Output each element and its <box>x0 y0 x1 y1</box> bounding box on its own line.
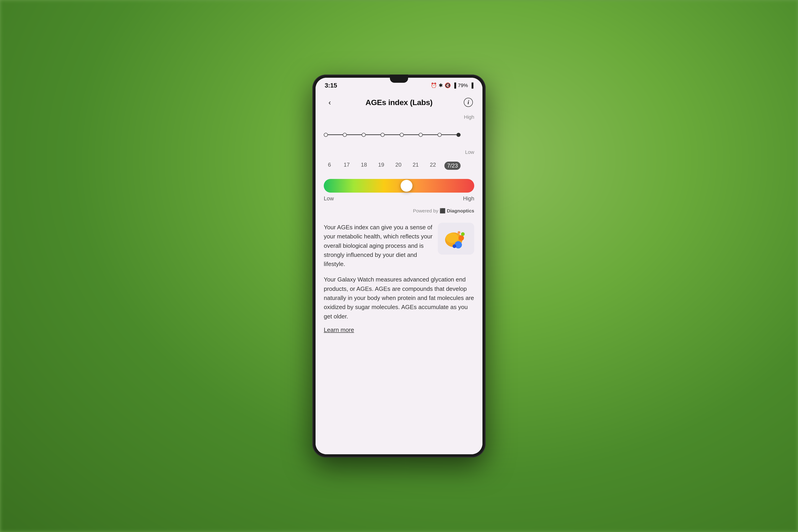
slider-thumb[interactable] <box>401 180 413 192</box>
description-section: Your AGEs index can give you a sense of … <box>316 218 482 338</box>
molecule-svg <box>441 226 471 251</box>
alarm-icon: ⏰ <box>431 82 437 89</box>
phone-frame: 3:15 ⏰ ✱ 🔇 ▐ 79% ▐ ‹ AGEs index (Labs) <box>312 75 486 457</box>
date-labels: 6 17 18 19 20 21 22 7/23 <box>324 160 474 170</box>
page-title: AGEs index (Labs) <box>365 98 433 107</box>
date-18: 18 <box>358 162 369 170</box>
date-20: 20 <box>393 162 404 170</box>
app-content[interactable]: ‹ AGEs index (Labs) i High Low <box>316 91 482 454</box>
slider-range-labels: Low High <box>324 195 474 202</box>
svg-point-2 <box>458 235 464 241</box>
chart-high-label: High <box>464 114 474 120</box>
info-button[interactable]: i <box>462 96 474 108</box>
svg-point-6 <box>458 231 460 234</box>
date-21: 21 <box>410 162 421 170</box>
battery-icon: ▐ <box>470 82 473 89</box>
svg-point-5 <box>453 244 456 248</box>
gradient-bar <box>324 179 474 193</box>
date-723: 7/23 <box>444 162 460 170</box>
back-icon: ‹ <box>328 98 331 107</box>
chart-section: High Low 6 17 <box>316 112 482 170</box>
date-6: 6 <box>324 162 335 170</box>
date-17: 17 <box>341 162 353 170</box>
slider-low-label: Low <box>324 195 334 202</box>
back-button[interactable]: ‹ <box>324 96 336 108</box>
description-block-1: Your AGEs index can give you a sense of … <box>324 223 474 268</box>
timeline-dot-1 <box>324 133 328 137</box>
svg-point-1 <box>446 233 458 243</box>
info-icon: i <box>464 98 473 107</box>
timeline-dot-6 <box>419 133 423 137</box>
chart-labels: High Low <box>464 112 474 157</box>
camera-notch <box>390 75 408 83</box>
molecule-illustration <box>438 223 474 254</box>
timeline-dot-5 <box>400 133 404 137</box>
battery-level: 79% <box>458 82 468 89</box>
bluetooth-icon: ✱ <box>439 82 443 89</box>
gradient-bar-wrapper[interactable] <box>324 179 474 193</box>
app-header: ‹ AGEs index (Labs) i <box>316 91 482 112</box>
status-time: 3:15 <box>325 82 337 89</box>
timeline-dot-4 <box>381 133 385 137</box>
learn-more-link[interactable]: Learn more <box>324 326 354 333</box>
signal-bars-icon: ▐ <box>453 82 456 89</box>
powered-by-brand: ⬛ Diagnoptics <box>440 208 474 213</box>
status-icons: ⏰ ✱ 🔇 ▐ 79% ▐ <box>431 82 473 89</box>
date-22: 22 <box>427 162 439 170</box>
phone-screen: 3:15 ⏰ ✱ 🔇 ▐ 79% ▐ ‹ AGEs index (Labs) <box>316 78 482 454</box>
slider-high-label: High <box>463 195 474 202</box>
powered-by: Powered by ⬛ Diagnoptics <box>316 206 482 218</box>
slider-section: Low High <box>316 174 482 206</box>
timeline-dot-7 <box>438 133 442 137</box>
description-text-1: Your AGEs index can give you a sense of … <box>324 223 433 268</box>
mute-icon: 🔇 <box>444 82 451 89</box>
description-text-2: Your Galaxy Watch measures advanced glyc… <box>324 275 474 321</box>
date-19: 19 <box>376 162 387 170</box>
timeline-dot-2 <box>343 133 347 137</box>
timeline-dot-3 <box>362 133 366 137</box>
timeline-dot-8 <box>456 133 460 137</box>
powered-by-prefix: Powered by <box>413 208 438 213</box>
timeline <box>324 134 460 135</box>
svg-point-3 <box>461 232 465 236</box>
chart-area: High Low <box>324 112 474 157</box>
chart-low-label: Low <box>464 149 474 155</box>
